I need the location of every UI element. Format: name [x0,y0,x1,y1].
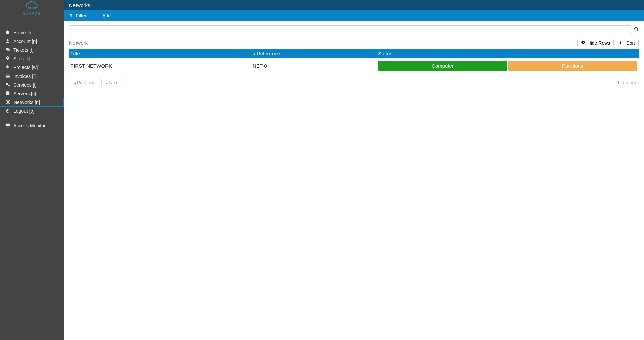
globe-icon [4,100,12,105]
svg-point-1 [33,7,35,9]
records-count: 1 Records [617,80,639,85]
sidebar-item-label: Sites [k] [13,56,30,61]
sidebar-item-servers[interactable]: Servers [c] [0,89,64,98]
sidebar-item-logout[interactable]: Logout [o] [0,107,64,115]
eye-icon [581,40,586,46]
sidebar-item-label: Tickets [t] [13,47,33,53]
col-status-header[interactable]: Status [377,49,639,58]
sidebar-item-sites[interactable]: Sites [k] [0,54,64,63]
desktop-icon [4,123,11,129]
col-status-link[interactable]: Status [378,51,392,56]
svg-point-15 [583,42,584,43]
sidebar-item-label: Access Monitor [13,123,46,128]
sidebar-item-label: Projects [w] [13,65,38,70]
sort-label: Sort [626,40,635,46]
status-badge-computer[interactable]: Computer [378,61,507,71]
sort-asc-icon [253,51,257,56]
sort-icon [620,40,624,46]
svg-point-9 [9,85,9,86]
previous-button[interactable]: Previous [69,78,99,87]
sidebar-item-label: Networks [n] [14,100,40,105]
add-button[interactable]: Add [102,13,111,18]
svg-rect-13 [6,123,10,126]
power-icon [4,108,11,114]
sidebar: SLAPOS Home [h] Account [p] Tickets [t] [0,0,64,340]
cell-reference: NET-0 [251,58,377,74]
cubes-icon [4,65,11,70]
sidebar-item-label: Invoices [i] [13,74,36,79]
sort-button[interactable]: Sort [616,39,639,47]
next-button[interactable]: Next [101,78,123,87]
search-input[interactable] [69,25,632,34]
search-icon [634,27,639,31]
svg-point-0 [29,7,31,9]
svg-point-14 [635,27,638,30]
nav-list: Home [h] Account [p] Tickets [t] Sites [… [0,28,64,115]
sidebar-item-label: Logout [o] [13,108,34,114]
col-reference-link[interactable]: Reference [257,51,280,56]
sidebar-item-home[interactable]: Home [h] [0,28,64,37]
action-bar: Filter Add [64,10,644,21]
nav-extra-list: Access Monitor [0,121,64,130]
main: Networks Filter Add Network [64,0,644,340]
sidebar-item-invoices[interactable]: Invoices [i] [0,72,64,81]
nav-divider [0,116,64,116]
previous-label: Previous [77,80,95,85]
chevron-left-icon [73,80,76,85]
filter-button[interactable]: Filter [69,13,86,18]
add-label: Add [102,13,111,18]
svg-point-2 [7,39,8,41]
sidebar-item-services[interactable]: Services [l] [0,81,64,89]
sidebar-item-label: Services [l] [13,82,36,88]
network-table: Title Reference Status FIRST NETWORK NET… [69,49,639,74]
table-row[interactable]: FIRST NETWORK NET-0 Computer Partitions [69,58,639,74]
sidebar-item-access-monitor[interactable]: Access Monitor [0,121,64,130]
pager-row: Previous Next 1 Records [69,78,639,87]
col-reference-header[interactable]: Reference [251,49,377,58]
sidebar-item-networks[interactable]: Networks [n] [0,98,64,107]
hide-rows-button[interactable]: Hide Rows [577,39,614,47]
col-title-header[interactable]: Title [69,49,251,58]
sidebar-item-account[interactable]: Account [p] [0,37,64,46]
logo[interactable]: SLAPOS [0,0,64,19]
listing-toolbar: Network Hide Rows Sort [69,39,639,47]
filter-icon [69,13,73,18]
comments-icon [4,47,11,53]
filter-label: Filter [76,13,86,18]
user-icon [4,39,11,44]
logo-text: SLAPOS [0,12,64,15]
cogs-icon [4,82,11,88]
svg-point-7 [7,83,8,84]
page-title: Networks [69,2,90,8]
svg-rect-5 [6,75,10,76]
chevron-right-icon [106,80,108,85]
hide-rows-label: Hide Rows [588,40,610,46]
status-badge-partitions[interactable]: Partitions [508,61,637,71]
content: Network Hide Rows Sort [64,21,644,87]
search-button[interactable] [634,27,639,33]
sidebar-item-tickets[interactable]: Tickets [t] [0,46,64,54]
credit-card-icon [4,74,11,79]
cloud-icon [24,1,39,10]
sidebar-item-label: Home [h] [13,30,33,35]
map-pin-icon [4,56,11,62]
cell-title: FIRST NETWORK [69,58,251,74]
database-icon [4,91,11,97]
sidebar-item-projects[interactable]: Projects [w] [0,63,64,72]
search-row [69,25,639,34]
page-title-bar: Networks [64,0,644,10]
home-icon [4,30,11,36]
svg-point-3 [7,57,8,58]
col-title-link[interactable]: Title [70,51,80,56]
listing-caption: Network [69,40,88,46]
sidebar-item-label: Account [p] [13,39,37,44]
cell-status: Computer Partitions [377,58,639,74]
sidebar-item-label: Servers [c] [13,91,36,96]
next-label: Next [109,80,119,85]
